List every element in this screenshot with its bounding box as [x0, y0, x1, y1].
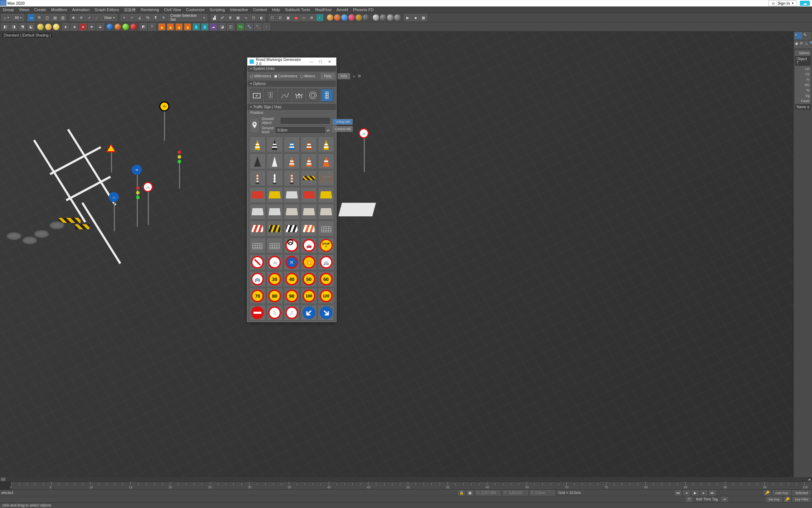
fire-4-icon[interactable]: 🔥: [184, 23, 191, 30]
menu-content[interactable]: Content: [253, 8, 267, 12]
thumb-pylon-0[interactable]: [250, 170, 266, 186]
corona-mtl-button[interactable]: Corona Mtl: [333, 126, 353, 132]
selection-set-dropdown[interactable]: Create Selection Set▾: [168, 14, 207, 21]
mat-sphere-5[interactable]: [356, 14, 362, 21]
thumb-sign-uturn[interactable]: [284, 238, 300, 253]
percent-snap-toggle[interactable]: %: [144, 14, 151, 21]
snap-toggle[interactable]: ⌗: [129, 14, 136, 21]
tb2-2[interactable]: ◨: [10, 23, 17, 30]
mirror-button[interactable]: ▟: [211, 14, 218, 21]
help-button[interactable]: Help: [321, 73, 335, 79]
thumb-barrier-4[interactable]: [318, 187, 334, 203]
render-setup-button[interactable]: ☐: [269, 14, 276, 21]
menu-realflow[interactable]: RealFlow: [315, 8, 332, 12]
menu-渲染侠[interactable]: 渲染侠: [124, 7, 136, 13]
pivot-button[interactable]: ⌖: [121, 14, 128, 21]
menu-group[interactable]: Group: [3, 8, 14, 12]
objtype-eg[interactable]: Eg: [795, 93, 811, 98]
traffic-light[interactable]: [178, 150, 181, 163]
select-window-button[interactable]: ▥: [59, 14, 66, 21]
tb2-a[interactable]: ⬖: [62, 23, 69, 30]
viewport-settings-button[interactable]: ⚙: [308, 14, 315, 21]
warning-sign[interactable]: ⟲: [159, 101, 169, 111]
select-lasso-button[interactable]: ◫: [43, 14, 50, 21]
viewport-label[interactable]: [Standard ] [Default Shading ]: [2, 33, 52, 38]
menu-phoenix-fd[interactable]: Phoenix FD: [353, 8, 373, 12]
sign-pole[interactable]: [148, 189, 149, 225]
goto-start-icon[interactable]: ⏮: [675, 490, 681, 495]
refresh-icon[interactable]: ⟳: [358, 73, 361, 79]
sign-pole[interactable]: [137, 173, 138, 227]
menu-rendering[interactable]: Rendering: [141, 8, 159, 12]
schematic-button[interactable]: ☷: [250, 14, 257, 21]
unit-cm[interactable]: Centimeters: [274, 74, 298, 78]
thumb-barrier2-1[interactable]: [267, 204, 283, 220]
triangle-sign[interactable]: [106, 144, 116, 152]
manhole[interactable]: [22, 236, 37, 244]
concrete-barrier[interactable]: [338, 203, 376, 216]
home-icon[interactable]: ⌂: [353, 73, 355, 79]
sign-pole[interactable]: [111, 151, 112, 172]
thumb-speed-100[interactable]: 100: [301, 288, 317, 304]
tb2-4[interactable]: ⬕: [27, 23, 34, 30]
sp-blue[interactable]: [107, 24, 113, 30]
opt-lines[interactable]: [264, 89, 277, 102]
util-tab[interactable]: 🔧: [809, 41, 812, 48]
thumb-sbarrier-bw[interactable]: [284, 221, 300, 236]
stop-button[interactable]: ■: [412, 14, 419, 21]
thumb-sign-twoway-2[interactable]: ⇵: [284, 305, 300, 321]
objtype-lin[interactable]: Lin: [795, 66, 811, 71]
thumb-sbarrier-ow[interactable]: [301, 221, 317, 236]
mat-sphere-3[interactable]: [341, 14, 348, 21]
light-2-icon[interactable]: [53, 24, 59, 30]
timeline[interactable]: 0510152025303540455055606570758085909510…: [0, 481, 812, 489]
thumb-sign-nomotor[interactable]: 🏍: [267, 254, 283, 270]
objtype-ng[interactable]: NG: [795, 82, 811, 87]
thumb-cone-0[interactable]: [250, 136, 266, 152]
name-color-rollout[interactable]: Name a: [795, 104, 811, 110]
menu-modifiers[interactable]: Modifiers: [51, 8, 67, 12]
select-rect-button[interactable]: ⧉: [35, 14, 43, 21]
menu-graph-editors[interactable]: Graph Editors: [95, 8, 119, 12]
ground-level-input[interactable]: [276, 127, 325, 133]
goto-end-icon[interactable]: ⏭: [709, 490, 716, 495]
grid-icon-button[interactable]: ▦: [420, 14, 427, 21]
menu-interactive[interactable]: Interactive: [230, 8, 248, 12]
sp-red[interactable]: [130, 24, 137, 30]
thumb-barrier2-2[interactable]: [284, 204, 300, 220]
objtype-te[interactable]: Te: [795, 88, 811, 93]
angle-snap-toggle[interactable]: ∡: [136, 14, 144, 21]
motion-tab[interactable]: ⟳: [799, 41, 803, 48]
thumb-speed-30[interactable]: 30: [267, 271, 283, 287]
tb2-3[interactable]: ⬔: [19, 23, 26, 30]
globe-4[interactable]: [394, 14, 401, 21]
menu-arnold[interactable]: Arnold: [337, 8, 348, 12]
thumb-sbarrier-rw[interactable]: [250, 221, 266, 236]
time-config-icon[interactable]: ⏱: [686, 497, 692, 502]
unit-mm[interactable]: Millimeters: [250, 74, 271, 78]
thumb-cone-3[interactable]: [301, 136, 317, 152]
water-1-icon[interactable]: 💧: [193, 23, 200, 30]
thumb-cone-orange[interactable]: [284, 153, 300, 169]
coord-y-input[interactable]: [503, 490, 528, 495]
minimize-button[interactable]: —: [307, 59, 316, 64]
thumb-sign-noentry-diag[interactable]: [250, 254, 266, 270]
tb2-f[interactable]: ◩: [140, 23, 147, 30]
no-bike-sign[interactable]: 🚲: [143, 182, 153, 192]
coord-z-input[interactable]: [530, 490, 555, 495]
manhole[interactable]: [49, 221, 64, 229]
manhole[interactable]: [6, 232, 21, 240]
scrollbar-thumb[interactable]: [1, 478, 6, 481]
close-button[interactable]: ✕: [325, 59, 334, 64]
smoke-icon[interactable]: ☁: [210, 23, 217, 30]
sign-pole[interactable]: [164, 109, 165, 141]
sign-in-button[interactable]: ☺ Sign In ▾: [768, 0, 797, 6]
thumb-fence-3[interactable]: [267, 238, 283, 253]
expand-icon[interactable]: ⇔: [721, 497, 728, 502]
create-tab[interactable]: +: [794, 32, 802, 39]
thumb-fence-2[interactable]: [250, 238, 266, 253]
sign-pole[interactable]: [364, 136, 365, 172]
key-filters-icon[interactable]: 🔑: [784, 497, 791, 502]
fire-3-icon[interactable]: 🔥: [175, 23, 183, 30]
splines-dropdown[interactable]: Splines: [795, 51, 811, 56]
